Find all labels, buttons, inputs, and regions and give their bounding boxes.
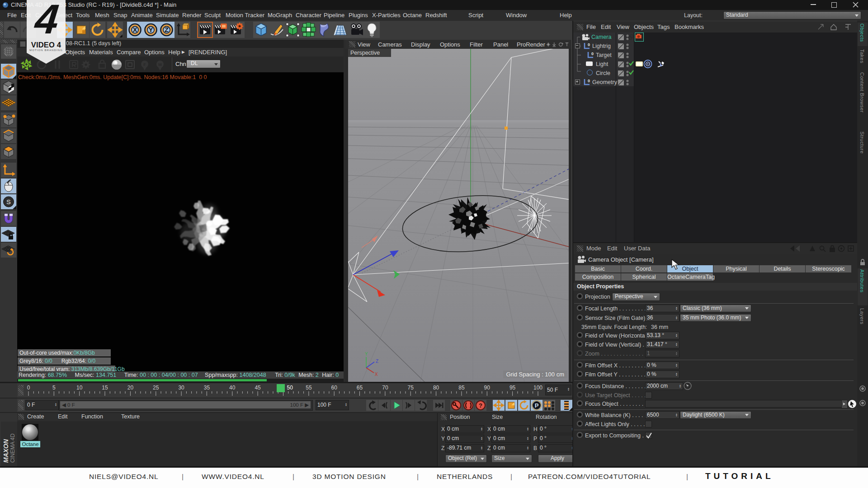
svg-text:Y: Y bbox=[149, 26, 153, 33]
svg-text:W: W bbox=[158, 62, 162, 67]
svg-text:F: F bbox=[143, 62, 146, 67]
svg-text:40: 40 bbox=[229, 385, 236, 391]
svg-text:X: X bbox=[375, 372, 378, 377]
svg-text:45: 45 bbox=[255, 385, 261, 391]
svg-text:30: 30 bbox=[178, 385, 184, 391]
svg-text:10: 10 bbox=[76, 385, 83, 391]
svg-text:100: 100 bbox=[533, 385, 542, 391]
svg-text:15: 15 bbox=[102, 385, 108, 391]
svg-text:65: 65 bbox=[357, 385, 363, 391]
svg-text:35: 35 bbox=[204, 385, 210, 391]
svg-text:P: P bbox=[535, 402, 539, 409]
svg-text:60: 60 bbox=[331, 385, 338, 391]
svg-text:85: 85 bbox=[458, 385, 465, 391]
svg-text:0: 0 bbox=[27, 385, 30, 391]
svg-text:X: X bbox=[133, 26, 137, 33]
svg-text:0: 0 bbox=[591, 52, 594, 56]
svg-text:50: 50 bbox=[287, 385, 293, 391]
svg-text:55: 55 bbox=[306, 385, 312, 391]
svg-text:MAXON: MAXON bbox=[2, 439, 9, 463]
svg-text:?: ? bbox=[479, 402, 482, 409]
svg-text:Z: Z bbox=[165, 26, 169, 33]
svg-text:70: 70 bbox=[382, 385, 388, 391]
svg-text:25: 25 bbox=[153, 385, 159, 391]
svg-text:0: 0 bbox=[588, 79, 590, 83]
svg-text:90: 90 bbox=[484, 385, 491, 391]
svg-text:Y: Y bbox=[365, 352, 368, 357]
svg-text:CINEMA 4D: CINEMA 4D bbox=[9, 433, 16, 463]
svg-text:S: S bbox=[6, 198, 11, 206]
svg-text:20: 20 bbox=[127, 385, 134, 391]
svg-text:Z: Z bbox=[376, 359, 378, 364]
svg-text:95: 95 bbox=[509, 385, 516, 391]
svg-text:75: 75 bbox=[408, 385, 414, 391]
svg-text:5: 5 bbox=[52, 385, 56, 391]
svg-text:80: 80 bbox=[433, 385, 439, 391]
svg-text:0: 0 bbox=[588, 42, 590, 47]
